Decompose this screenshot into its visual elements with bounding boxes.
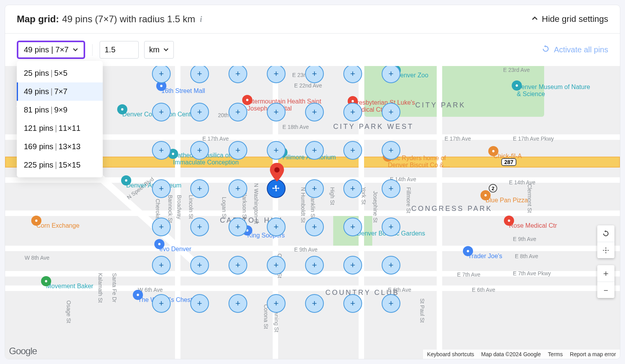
map-zoom-controls: ＋ － bbox=[597, 265, 614, 298]
radius-input[interactable] bbox=[100, 41, 139, 59]
controls-row: 49 pins | 7×7 25 pins|5×549 pins|7×781 p… bbox=[5, 34, 620, 66]
grid-pin[interactable]: + bbox=[267, 141, 286, 160]
grid-pin[interactable]: + bbox=[152, 66, 171, 83]
grid-pin[interactable]: + bbox=[229, 294, 247, 313]
grid-pin[interactable]: + bbox=[382, 294, 400, 313]
pins-dropdown-menu: 25 pins|5×549 pins|7×781 pins|9×9121 pin… bbox=[17, 61, 103, 177]
grid-pin[interactable]: + bbox=[343, 66, 362, 83]
panel-header: Map grid: 49 pins (7×7) with radius 1.5 … bbox=[5, 5, 620, 34]
report-map-error-link[interactable]: Report a map error bbox=[570, 351, 616, 357]
svg-point-20 bbox=[274, 167, 280, 173]
grid-pin[interactable]: + bbox=[152, 218, 171, 236]
grid-pin[interactable]: + bbox=[382, 179, 400, 198]
grid-pin[interactable]: + bbox=[382, 103, 400, 121]
grid-pin[interactable]: + bbox=[305, 141, 324, 160]
grid-pin[interactable]: + bbox=[229, 218, 247, 236]
grid-pin[interactable]: + bbox=[190, 141, 209, 160]
grid-pin[interactable]: + bbox=[343, 179, 362, 198]
grid-pin[interactable]: + bbox=[229, 141, 247, 160]
pins-dropdown-value: 49 pins | 7×7 bbox=[24, 45, 69, 54]
grid-pin[interactable]: + bbox=[229, 66, 247, 83]
map-data-attribution: Map data ©2024 Google bbox=[481, 351, 541, 357]
pins-option[interactable]: 81 pins|9×9 bbox=[17, 101, 103, 119]
grid-pin[interactable]: + bbox=[190, 294, 209, 313]
chevron-up-icon bbox=[532, 15, 538, 23]
map-grid-panel: Map grid: 49 pins (7×7) with radius 1.5 … bbox=[5, 5, 620, 359]
grid-pin[interactable]: + bbox=[305, 256, 324, 275]
grid-pin[interactable]: + bbox=[267, 103, 286, 121]
chevron-down-icon bbox=[163, 45, 169, 54]
grid-pin[interactable]: + bbox=[382, 141, 400, 160]
grid-pin[interactable]: + bbox=[305, 66, 324, 83]
grid-pin[interactable]: + bbox=[305, 218, 324, 236]
keyboard-shortcuts-link[interactable]: Keyboard shortcuts bbox=[427, 351, 474, 357]
controls-left: 49 pins | 7×7 25 pins|5×549 pins|7×781 p… bbox=[17, 41, 174, 59]
pins-option[interactable]: 49 pins|7×7 bbox=[17, 82, 103, 101]
grid-pin[interactable]: + bbox=[190, 218, 209, 236]
unit-select[interactable]: km bbox=[144, 41, 174, 59]
grid-pin[interactable]: + bbox=[267, 66, 286, 83]
grid-pin[interactable]: + bbox=[343, 103, 362, 121]
map-zoom-in-button[interactable]: ＋ bbox=[597, 265, 614, 282]
activate-all-pins-button[interactable]: Activate all pins bbox=[541, 45, 608, 55]
grid-pin[interactable]: + bbox=[343, 141, 362, 160]
grid-pin[interactable]: + bbox=[152, 294, 171, 313]
grid-pin[interactable]: + bbox=[152, 256, 171, 275]
grid-pin[interactable]: + bbox=[190, 179, 209, 198]
grid-pin[interactable]: + bbox=[343, 256, 362, 275]
grid-pin[interactable]: + bbox=[190, 103, 209, 121]
map-pin-icon bbox=[270, 163, 284, 182]
activate-all-pins-label: Activate all pins bbox=[554, 45, 608, 54]
grid-pin[interactable]: + bbox=[190, 256, 209, 275]
pins-option[interactable]: 169 pins|13×13 bbox=[17, 137, 103, 156]
pins-option[interactable]: 225 pins|15×15 bbox=[17, 156, 103, 174]
header-title-label: Map grid: bbox=[17, 14, 59, 25]
hide-grid-settings-button[interactable]: Hide grid settings bbox=[532, 14, 608, 24]
grid-pin[interactable]: + bbox=[267, 256, 286, 275]
separator bbox=[92, 44, 93, 56]
header-title: Map grid: 49 pins (7×7) with radius 1.5 … bbox=[17, 14, 202, 25]
map-zoom-out-button[interactable]: － bbox=[597, 282, 614, 298]
grid-pin[interactable]: + bbox=[267, 218, 286, 236]
pins-dropdown-button[interactable]: 49 pins | 7×7 bbox=[17, 41, 85, 59]
undo-icon bbox=[541, 45, 550, 55]
grid-pin[interactable]: + bbox=[229, 179, 247, 198]
center-location-marker[interactable] bbox=[270, 163, 284, 183]
google-logo: Google bbox=[9, 346, 37, 357]
hide-grid-settings-label: Hide grid settings bbox=[542, 14, 608, 24]
grid-pin[interactable]: + bbox=[343, 218, 362, 236]
grid-pin[interactable]: + bbox=[229, 256, 247, 275]
pins-option[interactable]: 121 pins|11×11 bbox=[17, 119, 103, 137]
grid-pin[interactable]: + bbox=[343, 294, 362, 313]
grid-pin[interactable]: + bbox=[382, 256, 400, 275]
grid-pin[interactable]: + bbox=[190, 66, 209, 83]
info-icon[interactable]: i bbox=[198, 15, 202, 24]
grid-pin[interactable]: + bbox=[305, 103, 324, 121]
grid-pin[interactable]: + bbox=[152, 103, 171, 121]
grid-pin[interactable]: + bbox=[382, 218, 400, 236]
terms-link[interactable]: Terms bbox=[548, 351, 563, 357]
map-reset-button[interactable] bbox=[597, 225, 614, 242]
grid-pin[interactable]: + bbox=[382, 66, 400, 83]
grid-pin[interactable]: + bbox=[152, 141, 171, 160]
grid-pin[interactable]: + bbox=[305, 294, 324, 313]
header-title-summary: 49 pins (7×7) with radius 1.5 km bbox=[62, 14, 195, 25]
grid-pin[interactable]: + bbox=[305, 179, 324, 198]
map-footer: Keyboard shortcuts Map data ©2024 Google… bbox=[423, 350, 620, 359]
pins-option[interactable]: 25 pins|5×5 bbox=[17, 64, 103, 82]
grid-pin[interactable]: + bbox=[152, 179, 171, 198]
svg-point-21 bbox=[605, 250, 606, 251]
unit-value: km bbox=[149, 45, 160, 54]
chevron-down-icon bbox=[73, 45, 78, 54]
map-recenter-button[interactable] bbox=[597, 242, 614, 258]
map-reset-recenter-controls bbox=[597, 225, 614, 258]
grid-pin[interactable]: + bbox=[229, 103, 247, 121]
grid-pin[interactable]: + bbox=[267, 294, 286, 313]
